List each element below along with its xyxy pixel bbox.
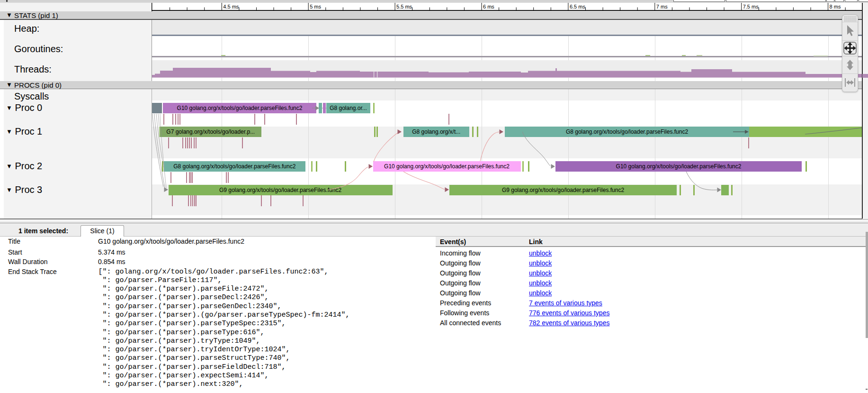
svg-text:4.5 ms: 4.5 ms [223, 4, 239, 9]
svg-text:5 ms: 5 ms [310, 4, 321, 9]
svg-text:7.5 ms: 7.5 ms [743, 4, 759, 9]
svg-text:7 ms: 7 ms [656, 4, 668, 9]
svg-text:8 ms: 8 ms [830, 4, 841, 9]
svg-text:6 ms: 6 ms [483, 4, 494, 9]
svg-text:6.5 ms: 6.5 ms [570, 4, 586, 9]
svg-text:5.5 ms: 5.5 ms [396, 4, 412, 9]
